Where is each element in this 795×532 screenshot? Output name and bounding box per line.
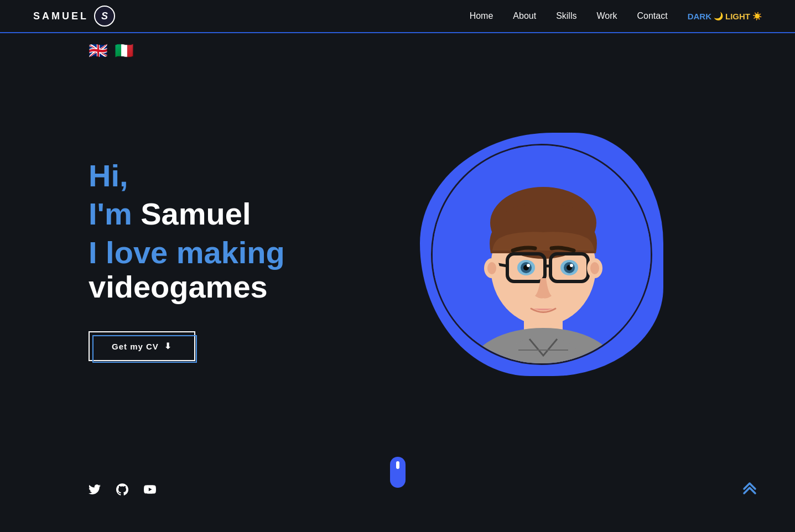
avatar-container (409, 122, 674, 398)
brand-name: SAMUEL (33, 11, 89, 22)
avatar-circle (431, 144, 652, 365)
github-link[interactable] (116, 483, 128, 499)
main-content: 🇬🇧 🇮🇹 Hi, I'm Samuel I love making video… (0, 0, 795, 532)
language-selector: 🇬🇧 🇮🇹 (89, 41, 134, 60)
theme-toggle[interactable]: DARK 🌙 LIGHT ☀️ (688, 12, 762, 21)
hero-im-samuel: I'm Samuel (89, 197, 376, 231)
nav-home[interactable]: Home (470, 11, 493, 21)
scroll-top-button[interactable] (737, 474, 762, 499)
flag-it[interactable]: 🇮🇹 (115, 41, 134, 60)
moon-icon: 🌙 (714, 12, 723, 20)
light-label: LIGHT (725, 12, 750, 21)
scroll-dot (396, 461, 399, 469)
hero-greeting: Hi, (89, 159, 376, 193)
sun-icon: ☀️ (752, 12, 762, 20)
hero-love-line: I love making (89, 236, 376, 270)
dark-label: DARK (688, 12, 711, 21)
svg-point-14 (527, 264, 530, 267)
brand-logo[interactable]: S (94, 6, 115, 27)
hero-avatar (376, 122, 706, 398)
nav-skills[interactable]: Skills (556, 11, 576, 21)
hero-im: I'm (89, 196, 141, 231)
scroll-pill (390, 457, 406, 488)
nav-about[interactable]: About (513, 11, 536, 21)
hero-passion: videogames (89, 270, 376, 304)
cv-label: Get my CV (112, 342, 159, 351)
brand: SAMUEL S (33, 6, 115, 27)
cv-button[interactable]: Get my CV ⬇ (89, 331, 195, 361)
nav-links: Home About Skills Work Contact DARK 🌙 LI… (470, 11, 762, 21)
nav-contact[interactable]: Contact (637, 11, 668, 21)
twitter-link[interactable] (89, 483, 101, 499)
social-bar (89, 483, 156, 499)
svg-point-18 (570, 264, 573, 267)
navbar: SAMUEL S Home About Skills Work Contact … (0, 0, 795, 33)
nav-work[interactable]: Work (596, 11, 617, 21)
scroll-top-chevrons (740, 477, 760, 497)
cv-download-icon: ⬇ (164, 341, 172, 351)
avatar-svg (433, 145, 652, 365)
youtube-link[interactable] (144, 483, 156, 499)
scroll-indicator (390, 457, 406, 488)
flag-en[interactable]: 🇬🇧 (89, 41, 108, 60)
hero-section: Hi, I'm Samuel I love making videogames … (0, 33, 795, 465)
hero-name: Samuel (141, 196, 251, 231)
svg-point-21 (487, 262, 496, 274)
svg-point-22 (590, 262, 599, 274)
hero-text: Hi, I'm Samuel I love making videogames … (89, 159, 376, 361)
